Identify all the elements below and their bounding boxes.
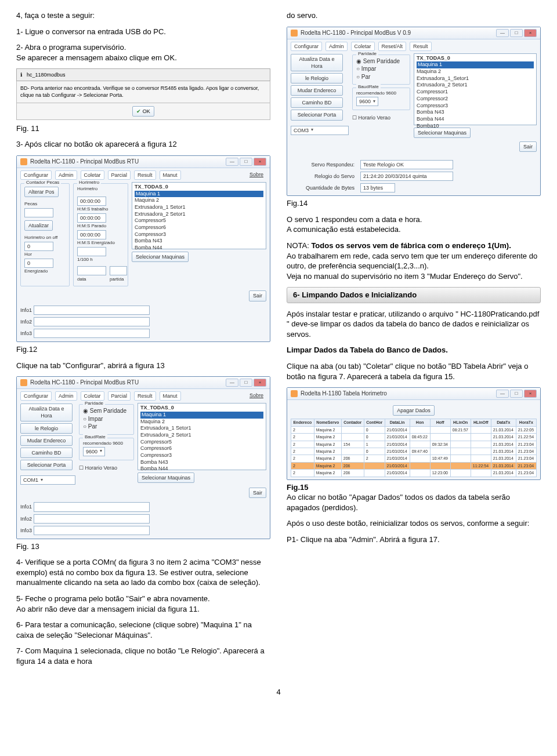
machine-list[interactable]: TX_TODAS_0 Maquina 1 Maquina 2 Extrusado… [414,53,537,125]
list-item[interactable]: Maquina 2 [135,197,263,204]
list-item[interactable]: Compressor3 [417,103,534,110]
list-item[interactable]: Bomba N43 [140,459,263,466]
le-relogio-button[interactable]: le Relogio [291,73,343,83]
ok-button[interactable]: ✔ OK [132,106,154,117]
tab[interactable]: Configurar [20,391,52,401]
list-item[interactable]: Extrusadora_1_Setor1 [417,75,534,82]
tab[interactable]: Admin [55,391,77,401]
atualizar-button[interactable]: Atualizar [24,220,53,231]
atualiza-data-button[interactable]: Atualiza Data e Hora [291,54,343,71]
list-item[interactable]: Bomba N44 [140,466,263,472]
radio-par[interactable]: Par [356,73,406,81]
list-item[interactable]: Bomba N44 [417,116,534,123]
list-item[interactable]: Compressor1 [417,89,534,96]
tab[interactable]: Manut [160,391,181,401]
list-item[interactable]: Bomba N43 [135,238,263,245]
mudar-endereco-button[interactable]: Mudar Endereco [291,85,343,96]
close-icon[interactable]: × [254,158,266,166]
tab[interactable]: Result [134,391,156,401]
list-item[interactable]: Compressor6 [135,224,263,231]
tab[interactable]: Configurar [291,42,322,51]
alter-pos-button[interactable]: Alterar Pos [24,187,59,197]
baud-dropdown[interactable]: 9600 [83,447,105,456]
list-item[interactable]: Compressor6 [140,445,263,452]
sair-button[interactable]: Sair [519,141,537,152]
list-item[interactable]: Compressor5 [140,439,263,446]
tab[interactable]: Result [410,42,432,51]
list-item[interactable]: Extrusadora_1 Setor1 [135,204,263,211]
table-row[interactable]: 2Maquina 2021/03/201408:21:5721.03.20142… [291,426,537,433]
table-row[interactable]: 2Maquina 220621/03/201411:22:5421.03.201… [291,462,537,469]
maximize-icon[interactable]: □ [510,29,523,37]
list-item[interactable]: Maquina 1 [135,191,263,198]
com-dropdown[interactable]: COM3 [291,126,349,135]
list-item[interactable]: Compressor3 [135,231,263,238]
minimize-icon[interactable]: — [226,379,238,387]
machine-list[interactable]: TX_TODAS_0 Maquina 1 Maquina 2 Extrusado… [138,403,266,470]
list-item[interactable]: Maquina 2 [417,68,534,75]
list-item[interactable]: Maquina 2 [140,419,263,426]
table-row[interactable]: 2Maquina 2154121/03/201409:32:3421.03.20… [291,441,537,448]
list-item[interactable]: Extrusadora_1 Setor1 [140,425,263,432]
minimize-icon[interactable]: — [496,29,509,37]
tab[interactable]: Result [134,170,156,180]
caminho-bd-button[interactable]: Caminho BD [20,448,73,458]
list-item[interactable]: Compressor2 [417,96,534,103]
table-row[interactable]: 2Maquina 2021/03/201408:45:2221.03.20142… [291,434,537,441]
selecionar-maquinas-button[interactable]: Selecionar Maquinas [138,472,194,483]
verao-checkbox[interactable]: Horario Verao [79,464,134,471]
radio-sem-paridade[interactable]: Sem Paridade [356,57,406,66]
tab[interactable]: Admin [55,170,77,180]
com-dropdown[interactable]: COM1 [20,475,75,485]
list-item[interactable]: Extrusadora_2 Setor1 [417,82,534,89]
selecionar-maquinas-button[interactable]: Selecionar Maquinas [132,252,189,262]
machine-list[interactable]: TX_TODAS_0 Maquina 1 Maquina 2 Extrusado… [132,182,266,249]
about-link[interactable]: Sobre [247,391,266,401]
verao-checkbox[interactable]: Horario Verao [352,114,410,121]
baud-dropdown[interactable]: 9600 [356,97,378,106]
minimize-icon[interactable]: — [226,158,238,166]
list-item[interactable]: Maquina 1 [417,61,534,68]
atualiza-data-button[interactable]: Atualiza Data e Hora [20,404,73,421]
table-row[interactable]: 2Maquina 2021/03/201409:47:4021.03.20142… [291,448,537,455]
list-item[interactable]: Extrusadora_2 Setor1 [135,211,263,218]
list-item[interactable]: Maquina 1 [140,412,263,419]
selecionar-porta-button[interactable]: Selecionar Porta [291,110,343,120]
close-icon[interactable]: × [524,29,537,37]
tab[interactable]: Reset/Alt [378,42,407,51]
list-item[interactable]: Bomba N43 [417,109,534,116]
about-link[interactable]: Sobre [247,170,266,180]
list-item[interactable]: Compressor3 [140,452,263,459]
tab[interactable]: Coletar [81,391,104,401]
list-item[interactable]: Compressor5 [135,217,263,224]
selecionar-porta-button[interactable]: Selecionar Porta [20,460,73,470]
close-icon[interactable]: × [524,390,537,398]
apagar-dados-button[interactable]: Apagar Dados [393,405,435,416]
tab[interactable]: Coletar [81,170,104,180]
le-relogio-button[interactable]: le Relogio [20,423,73,434]
maximize-icon[interactable]: □ [510,390,523,398]
tab[interactable]: Manut [160,170,181,180]
table-row[interactable]: 2Maquina 220621/03/201412:23:0021.03.201… [291,470,537,477]
table-row[interactable]: 2Maquina 2206221/03/201410:47:4921.03.20… [291,455,537,462]
minimize-icon[interactable]: — [496,390,509,398]
radio-par[interactable]: Par [83,423,130,431]
list-item[interactable]: Bomba N44 [135,245,263,252]
maximize-icon[interactable]: □ [240,379,252,387]
radio-sem-paridade[interactable]: Sem Paridade [83,407,130,415]
tab[interactable]: Parcial [108,391,131,401]
tab[interactable]: Coletar [351,42,375,51]
radio-impar[interactable]: Impar [356,65,406,73]
mudar-endereco-button[interactable]: Mudar Endereco [20,435,73,446]
maximize-icon[interactable]: □ [240,158,252,166]
tab[interactable]: Parcial [108,170,131,180]
sair-button[interactable]: Sair [249,488,266,498]
list-item[interactable]: Extrusadora_2 Setor1 [140,432,263,439]
tab[interactable]: Configurar [20,170,52,180]
radio-impar[interactable]: Impar [83,415,130,423]
selecionar-maquinas-button[interactable]: Selecionar Maquinas [414,128,471,138]
tab[interactable]: Admin [325,42,348,51]
close-icon[interactable]: × [254,379,266,387]
sair-button[interactable]: Sair [249,290,266,301]
caminho-bd-button[interactable]: Caminho BD [291,97,343,108]
